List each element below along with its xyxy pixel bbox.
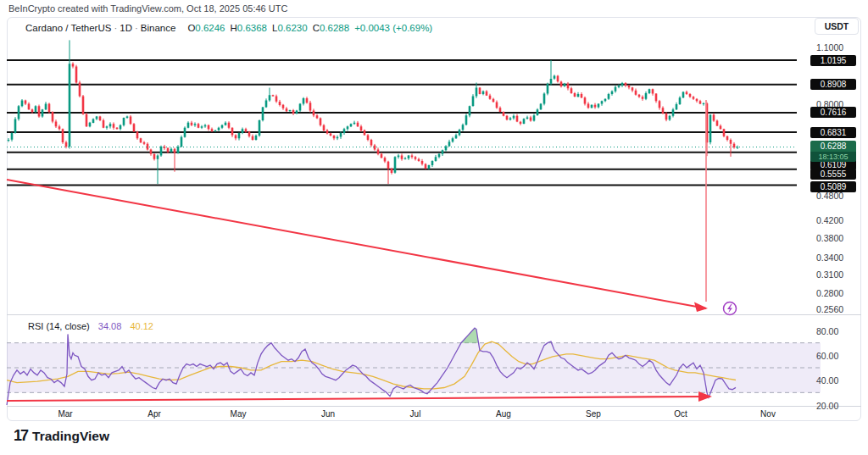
month-label: Jun (321, 409, 335, 419)
price-tick-label: 0.4800 (816, 191, 843, 201)
symbol-legend: Cardano / TetherUS·1D·BinanceO0.6246H0.6… (25, 23, 432, 33)
symbol-title[interactable]: Cardano / TetherUS (25, 23, 111, 33)
rsi-tick-label: 60.00 (816, 351, 838, 361)
price-line-badge: 0.8908 (810, 79, 856, 90)
price-line-badge: 0.6831 (810, 127, 856, 138)
exchange-label: Binance (141, 23, 176, 33)
ohlc-letter: C (313, 23, 320, 33)
ohlc-values: O0.6246H0.6368L0.6230C0.6288 (182, 23, 349, 33)
ohlc-letter: O (187, 23, 195, 33)
rsi-legend: RSI (14, close) 34.08 40.12 (28, 321, 153, 331)
month-label: Sep (586, 409, 601, 419)
month-label: Oct (674, 409, 687, 419)
tradingview-logo-text: TradingView (32, 429, 109, 444)
tradingview-chart-widget: BeInCrypto created with TradingView.com,… (0, 0, 868, 455)
change-value: +0.0043 (+0.69%) (354, 23, 432, 33)
price-tick-label: 0.2800 (816, 288, 843, 298)
rsi-tick-label: 20.00 (816, 401, 838, 411)
price-line-badge: 0.7616 (810, 107, 856, 118)
ohlc-number: 0.6246 (195, 23, 225, 33)
legend-separator: · (114, 23, 117, 33)
price-line-badge: 0.5089 (810, 181, 856, 192)
price-tick-label: 0.4200 (816, 215, 843, 225)
price-tick-label: 0.2560 (816, 304, 843, 314)
legend-separator: · (135, 23, 138, 33)
month-label: Mar (58, 409, 72, 419)
price-tick-label: 0.3800 (816, 233, 843, 243)
candle-countdown: 18:13:05 (810, 152, 856, 162)
last-price-badge: 0.6288 18:13:05 (810, 141, 856, 162)
month-label: Jul (410, 409, 421, 419)
currency-toggle-button[interactable]: USDT (815, 18, 859, 35)
rsi-ma-value: 40.12 (130, 321, 153, 331)
month-label: Nov (760, 409, 776, 419)
rsi-value: 34.08 (98, 321, 122, 331)
month-label: Apr (147, 409, 161, 419)
price-tick-label: 1.1000 (816, 42, 843, 53)
ohlc-number: 0.6368 (237, 23, 267, 33)
price-tick-label: 0.3400 (816, 252, 843, 263)
ohlc-number: 0.6288 (320, 23, 349, 33)
rsi-tick-label: 80.00 (816, 326, 838, 336)
rsi-title[interactable]: RSI (28, 321, 43, 331)
ohlc-number: 0.6230 (277, 23, 307, 33)
tradingview-logo-icon: 17 (14, 427, 27, 445)
price-line-badge: 1.0195 (810, 55, 856, 66)
rsi-tick-label: 40.00 (816, 375, 838, 386)
chart-canvas[interactable] (0, 0, 868, 455)
price-line-badge: 0.5555 (810, 169, 856, 180)
last-price-value: 0.6288 (810, 141, 856, 152)
interval-label[interactable]: 1D (120, 23, 132, 33)
month-label: Aug (496, 409, 511, 419)
tradingview-logo[interactable]: 17 TradingView (14, 427, 109, 445)
rsi-params: (14, close) (46, 321, 89, 331)
price-tick-label: 0.3100 (816, 269, 843, 280)
ohlc-letter: H (231, 23, 237, 33)
month-label: May (231, 409, 247, 419)
